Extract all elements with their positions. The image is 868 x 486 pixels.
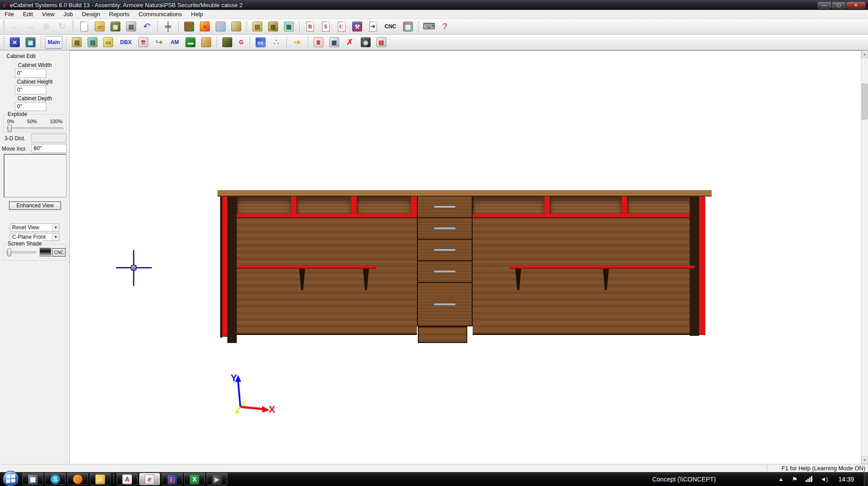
scrollbar-thumb[interactable]: [862, 84, 868, 120]
cnc-button[interactable]: CNC: [52, 248, 66, 257]
lamp-crosshair-button[interactable]: +: [198, 20, 212, 33]
move-incr-input[interactable]: [31, 144, 66, 153]
right-body-panel: [473, 218, 690, 335]
shade-slider[interactable]: [6, 251, 36, 253]
cabinet-edit-panel: Cabinet Edit Cabinet Width Cabinet Heigh…: [0, 50, 70, 464]
save-button[interactable]: ▣: [109, 20, 122, 33]
part-listbox[interactable]: [4, 154, 66, 197]
menu-item-communications[interactable]: Communications: [134, 10, 186, 19]
joint-tool-button[interactable]: Ⅲ: [312, 36, 325, 49]
menu-item-job[interactable]: Job: [59, 10, 77, 19]
back-button[interactable]: ←: [8, 20, 22, 33]
undo-button[interactable]: ↶: [140, 20, 154, 33]
left-red-post: [222, 196, 227, 337]
report-cost-button[interactable]: $: [319, 20, 332, 33]
shade-slider-thumb[interactable]: [7, 249, 11, 256]
cnc-code-button[interactable]: CNC: [382, 20, 399, 33]
print-button[interactable]: ▤: [124, 20, 138, 33]
minimize-button[interactable]: —: [818, 2, 831, 9]
panel-stock-button[interactable]: [221, 36, 234, 49]
molding-profile-button[interactable]: [214, 20, 227, 33]
close-button[interactable]: ✕: [846, 2, 865, 9]
taskbar-explorer[interactable]: ▱: [90, 473, 111, 485]
report-b-button[interactable]: B: [303, 20, 317, 33]
vertical-scrollbar[interactable]: ▲ ▼: [861, 50, 868, 464]
enhanced-view-button[interactable]: Enhanced View: [9, 201, 61, 210]
open-button[interactable]: ▱: [93, 20, 106, 33]
help-button[interactable]: ?: [438, 20, 452, 33]
materials-button[interactable]: [182, 20, 196, 33]
hardware-button[interactable]: [199, 36, 213, 49]
export-doc-button[interactable]: ➔: [366, 20, 380, 33]
shop-window-button[interactable]: ▭: [254, 36, 267, 49]
forward-button[interactable]: →: [24, 20, 37, 33]
volume-icon[interactable]: ◄): [820, 476, 828, 482]
workbench-button[interactable]: ▬: [184, 36, 197, 49]
tools-button[interactable]: ⚒: [350, 20, 364, 33]
assembly-drawing[interactable]: [217, 190, 712, 343]
taskbar-a10[interactable]: A: [117, 473, 137, 485]
am-button[interactable]: AM: [168, 36, 182, 49]
panel-colors-button[interactable]: ▨: [401, 20, 415, 33]
snapshot-button[interactable]: ◉: [359, 36, 372, 49]
cplane-select[interactable]: C-Plane Front ▼: [10, 233, 59, 241]
show-desktop-button[interactable]: [864, 472, 868, 486]
keyboard-button[interactable]: ⌨: [422, 20, 436, 33]
refresh-button[interactable]: ↻: [55, 20, 69, 33]
redo-orange-button[interactable]: ➔: [291, 36, 304, 49]
fastener-button[interactable]: ⇈: [137, 36, 150, 49]
dbx-export-button[interactable]: DBX: [117, 36, 134, 49]
stop-button[interactable]: ⊗: [40, 20, 53, 33]
taskbar-firefox[interactable]: [67, 473, 88, 485]
toolbar-separator: [299, 21, 300, 32]
clock[interactable]: 14:39: [838, 476, 854, 483]
menu-item-reports[interactable]: Reports: [105, 10, 134, 19]
drawer-box-button[interactable]: ▭: [102, 36, 115, 49]
menu-item-help[interactable]: Help: [186, 10, 208, 19]
cabinet-elevation-button[interactable]: ▤: [251, 20, 264, 33]
part-keyboard-button[interactable]: ▤: [70, 36, 84, 49]
explode-slider[interactable]: [6, 127, 63, 129]
cabinet-height-input[interactable]: [15, 85, 46, 94]
assembly-keyboard-button[interactable]: ▤: [86, 36, 99, 49]
new-document-button[interactable]: [77, 20, 91, 33]
menu-item-edit[interactable]: Edit: [18, 10, 37, 19]
taskbar-media-app[interactable]: ▶: [207, 473, 227, 485]
room-layout-button[interactable]: ▦: [282, 20, 296, 33]
close-part-button[interactable]: ✕: [8, 36, 22, 49]
start-button[interactable]: [3, 471, 19, 486]
node-link-button[interactable]: ∴: [270, 36, 283, 49]
taskbar-image-app[interactable]: ◧: [162, 473, 182, 485]
menu-item-design[interactable]: Design: [77, 10, 104, 19]
delete-button[interactable]: ✗: [343, 36, 357, 49]
taskbar-ecabinet[interactable]: e: [139, 473, 160, 485]
network-signal-icon[interactable]: [806, 476, 812, 482]
maximize-button[interactable]: ▢: [832, 2, 846, 9]
drawer-bank: [417, 196, 473, 326]
cabinet-depth-input[interactable]: [15, 102, 46, 111]
menu-item-view[interactable]: View: [37, 10, 59, 19]
gcode-button[interactable]: G: [236, 36, 246, 49]
menu-item-file[interactable]: File: [0, 10, 18, 19]
scroll-down-icon[interactable]: ▼: [861, 456, 868, 464]
schedule-button[interactable]: ▤: [375, 36, 388, 49]
view-select[interactable]: Reset View ▼: [10, 223, 59, 232]
scroll-up-icon[interactable]: ▲: [861, 50, 868, 58]
taskbar-calculator[interactable]: ▦: [22, 473, 43, 485]
cutlist-grid-button[interactable]: ▦: [328, 36, 341, 49]
show-hidden-icons[interactable]: ▲: [778, 476, 784, 482]
left-side-panel: [227, 196, 237, 343]
cabinet-3d-button[interactable]: [230, 20, 243, 33]
explode-slider-thumb[interactable]: [8, 125, 12, 132]
action-center-flag-icon[interactable]: ⚑: [792, 476, 797, 483]
cabinet-width-input[interactable]: [15, 69, 46, 78]
adjust-settings-button[interactable]: ╪: [161, 20, 175, 33]
report-c-button[interactable]: C: [335, 20, 348, 33]
save-assembly-button[interactable]: ▣: [24, 36, 37, 49]
red-divider: [351, 196, 357, 214]
next-part-button[interactable]: ↪: [152, 36, 166, 49]
taskbar-skype[interactable]: S: [45, 473, 66, 485]
taskbar-excel[interactable]: X: [184, 473, 205, 485]
cabinet-section-button[interactable]: ▥: [266, 20, 280, 33]
main-view-button[interactable]: Main: [45, 36, 62, 49]
